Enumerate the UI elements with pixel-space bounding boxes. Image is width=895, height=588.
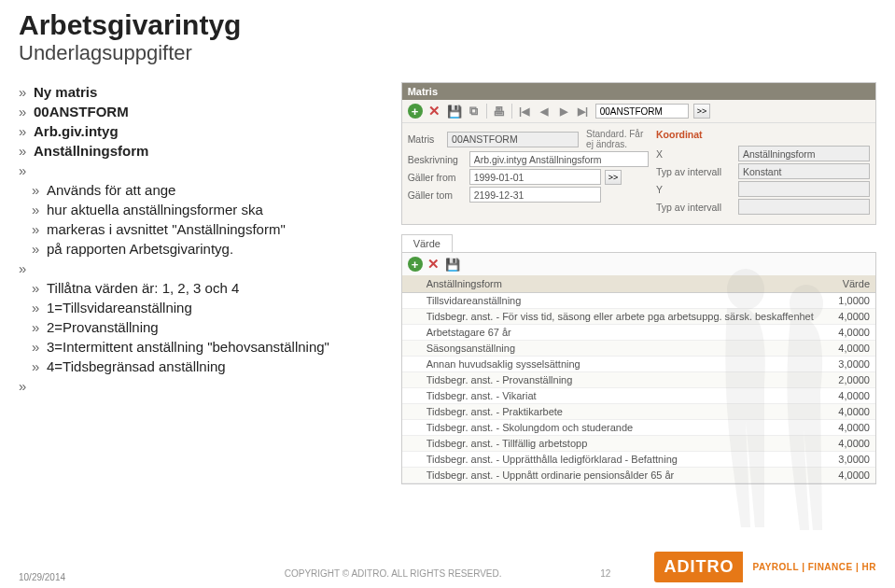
- table-row[interactable]: Tidsbegr. anst. - För viss tid, säsong e…: [402, 309, 875, 325]
- row-value: 3,0000: [819, 357, 875, 372]
- row-value: 4,0000: [819, 468, 875, 483]
- tab-varde[interactable]: Värde: [401, 234, 453, 252]
- table-save-icon[interactable]: 💾: [445, 257, 460, 272]
- row-value: 1,0000: [819, 293, 875, 309]
- table-row[interactable]: Tidsbegr. anst. - Tillfällig arbetstopp4…: [402, 436, 875, 452]
- row-label: Arbetstagare 67 år: [421, 325, 819, 341]
- table-row[interactable]: Annan huvudsaklig sysselsättning3,0000: [402, 357, 875, 372]
- bullet-12: 3=Intermittent anställning "behovsanstäl…: [19, 337, 386, 357]
- y-label: Y: [656, 184, 734, 195]
- tom-field[interactable]: [469, 187, 601, 203]
- matris-note: Standard. Får ej ändras.: [586, 129, 649, 149]
- bullet-9: Tillåtna värden är: 1, 2, 3 och 4: [19, 278, 386, 298]
- table-add-icon[interactable]: +: [408, 257, 423, 272]
- row-value: 2,0000: [819, 372, 875, 388]
- bullet-list: Ny matris 00ANSTFORM Arb.giv.intyg Anstä…: [19, 82, 386, 484]
- matris-panel: Matris + ✕ 💾 ⧉ 🖶 |◀ ◀ ▶ ▶| >>: [401, 82, 876, 225]
- toolbar-divider: [486, 104, 487, 119]
- tom-label: Gäller tom: [408, 189, 466, 201]
- row-value: 4,0000: [819, 404, 875, 420]
- bullet-10: 1=Tillsvidareanställning: [19, 298, 386, 317]
- row-label: Säsongsanställning: [421, 341, 819, 357]
- table-row[interactable]: Tidsbegr. anst. - Skolungdom och studera…: [402, 420, 875, 436]
- footer-date: 10/29/2014: [19, 572, 65, 582]
- logo-tagline: PAYROLL | FINANCE | HR: [752, 562, 876, 572]
- row-value: 4,0000: [819, 420, 875, 436]
- row-label: Tidsbegr. anst. - Uppnått ordinarie pens…: [421, 468, 819, 483]
- row-label: Tidsbegr. anst. - Vikariat: [421, 388, 819, 404]
- value-table: Anställningsform Värde Tillsvidareanstäl…: [402, 275, 875, 483]
- first-icon[interactable]: |◀: [517, 104, 532, 119]
- row-label: Tidsbegr. anst. - Skolungdom och studera…: [421, 420, 819, 436]
- go-button[interactable]: >>: [693, 104, 711, 119]
- row-label: Tidsbegr. anst. - Upprätthålla ledigförk…: [421, 452, 819, 468]
- bullet-2: 00ANSTFORM: [34, 104, 129, 119]
- y-field: [738, 181, 870, 197]
- row-value: 4,0000: [819, 436, 875, 452]
- typx-field: [738, 163, 870, 179]
- bullet-1: Ny matris: [34, 84, 97, 100]
- row-label: Tidsbegr. anst. - För viss tid, säsong e…: [421, 309, 819, 325]
- table-delete-icon[interactable]: ✕: [427, 257, 441, 272]
- prev-icon[interactable]: ◀: [537, 104, 552, 119]
- panel-toolbar: + ✕ 💾 ⧉ 🖶 |◀ ◀ ▶ ▶| >>: [402, 100, 875, 123]
- page-number: 12: [600, 568, 610, 579]
- panel-header: Matris: [402, 83, 875, 100]
- bullet-5: Används för att ange: [19, 180, 386, 200]
- table-row[interactable]: Tidsbegr. anst. - Praktikarbete4,0000: [402, 404, 875, 420]
- bullet-4: Anställningsform: [34, 143, 148, 159]
- bullet-13: 4=Tidsbegränsad anställning: [19, 357, 386, 376]
- print-icon[interactable]: 🖶: [492, 104, 507, 119]
- matris-field: [447, 132, 579, 147]
- table-row[interactable]: Tillsvidareanställning1,0000: [402, 293, 875, 309]
- from-go-button[interactable]: >>: [605, 170, 622, 185]
- from-field[interactable]: [469, 169, 601, 185]
- bullet-8: på rapporten Arbetsgivarintyg.: [19, 239, 386, 259]
- row-value: 4,0000: [819, 388, 875, 404]
- typx-label: Typ av intervall: [656, 166, 734, 177]
- beskrivning-field[interactable]: [469, 151, 649, 167]
- matris-label: Matris: [408, 133, 443, 145]
- from-label: Gäller from: [408, 172, 466, 183]
- typy-label: Typ av intervall: [656, 202, 734, 213]
- row-label: Tidsbegr. anst. - Praktikarbete: [421, 404, 819, 420]
- search-input[interactable]: [595, 104, 689, 119]
- save-icon[interactable]: 💾: [447, 104, 462, 119]
- table-row[interactable]: Säsongsanställning4,0000: [402, 341, 875, 357]
- select-header: [402, 275, 421, 293]
- table-row[interactable]: Tidsbegr. anst. - Uppnått ordinarie pens…: [402, 468, 875, 483]
- page-subtitle: Underlagsuppgifter: [19, 41, 876, 65]
- bullet-7: markeras i avsnittet "Anställningsform": [19, 219, 386, 239]
- toolbar-divider: [511, 104, 512, 119]
- last-icon[interactable]: ▶|: [576, 104, 591, 119]
- copy-icon[interactable]: ⧉: [467, 104, 482, 119]
- row-value: 4,0000: [819, 325, 875, 341]
- page-title: Arbetsgivarintyg: [19, 9, 876, 41]
- row-label: Tidsbegr. anst. - Tillfällig arbetstopp: [421, 436, 819, 452]
- x-field: [738, 146, 870, 161]
- table-row[interactable]: Tidsbegr. anst. - Provanställning2,0000: [402, 372, 875, 388]
- bullet-6: hur aktuella anställningsformer ska: [19, 200, 386, 219]
- add-icon[interactable]: +: [408, 104, 423, 119]
- x-label: X: [656, 148, 734, 160]
- typy-field: [738, 199, 870, 215]
- delete-icon[interactable]: ✕: [427, 104, 442, 119]
- row-value: 3,0000: [819, 452, 875, 468]
- next-icon[interactable]: ▶: [556, 104, 571, 119]
- row-value: 4,0000: [819, 309, 875, 325]
- beskrivning-label: Beskrivning: [408, 154, 466, 165]
- bullet-11: 2=Provanställning: [19, 317, 386, 337]
- row-value: 4,0000: [819, 341, 875, 357]
- table-row[interactable]: Arbetstagare 67 år4,0000: [402, 325, 875, 341]
- bullet-3: Arb.giv.intyg: [34, 123, 119, 139]
- col-varde: Värde: [819, 275, 875, 293]
- row-label: Tidsbegr. anst. - Provanställning: [421, 372, 819, 388]
- table-row[interactable]: Tidsbegr. anst. - Vikariat4,0000: [402, 388, 875, 404]
- col-anstallningsform: Anställningsform: [421, 275, 819, 293]
- koordinat-header: Koordinat: [656, 127, 870, 144]
- table-row[interactable]: Tidsbegr. anst. - Upprätthålla ledigförk…: [402, 452, 875, 468]
- row-label: Tillsvidareanställning: [421, 293, 819, 309]
- logo: ADITRO PAYROLL | FINANCE | HR: [654, 552, 876, 582]
- row-label: Annan huvudsaklig sysselsättning: [421, 357, 819, 372]
- footer-copyright: COPYRIGHT © ADITRO. ALL RIGHTS RESERVED.: [285, 568, 502, 579]
